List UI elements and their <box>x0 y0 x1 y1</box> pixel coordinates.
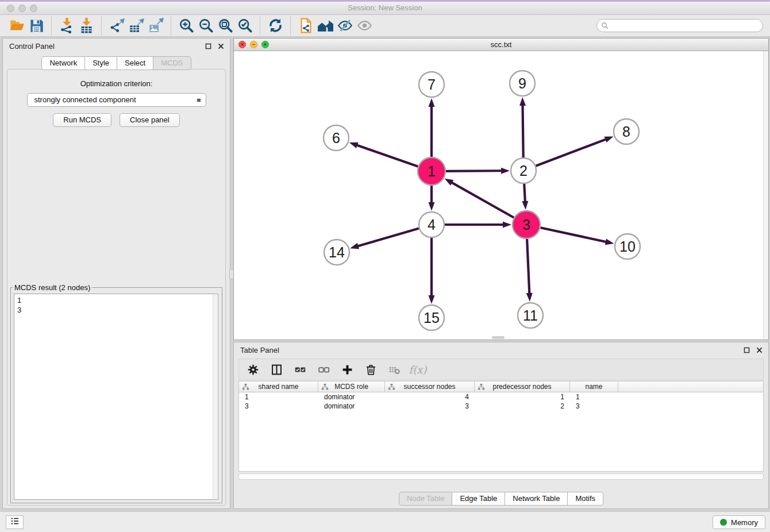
graph-edge-1-2[interactable] <box>446 171 502 171</box>
graph-edge-3-11[interactable] <box>527 239 529 294</box>
node-table-header: shared nameMCDS rolesuccessor nodesprede… <box>239 381 763 392</box>
tab-edge-table[interactable]: Edge Table <box>452 492 505 506</box>
trash-icon[interactable] <box>364 363 378 376</box>
column-label: predecessor nodes <box>492 383 551 391</box>
network-minimize-button[interactable]: − <box>250 41 257 48</box>
float-panel-icon[interactable] <box>743 346 750 353</box>
tab-network-table[interactable]: Network Table <box>505 492 568 506</box>
network-canvas[interactable]: 7968124314101511 <box>234 51 768 340</box>
network-document-icon[interactable] <box>296 17 315 35</box>
float-panel-icon[interactable] <box>205 42 212 49</box>
plus-icon[interactable] <box>340 363 354 376</box>
hide-eye-icon[interactable] <box>335 17 355 35</box>
graph-edge-arrowhead <box>605 238 614 245</box>
gear-icon[interactable] <box>246 363 260 376</box>
export-table-icon[interactable] <box>126 17 146 35</box>
import-network-icon[interactable] <box>57 17 76 35</box>
toolbar-separator <box>171 17 171 35</box>
graph-edge-1-6[interactable] <box>356 145 418 167</box>
column-header-predecessor-nodes[interactable]: predecessor nodes <box>475 381 570 392</box>
export-image-icon[interactable] <box>146 17 165 35</box>
table-cell: dominator <box>318 392 385 402</box>
column-header-shared-name[interactable]: shared name <box>239 381 318 392</box>
graph-node-label: 9 <box>518 75 526 91</box>
table-cell: 1 <box>475 392 570 402</box>
graph-edge-2-8[interactable] <box>536 139 607 166</box>
graph-node-label: 15 <box>424 310 440 326</box>
tab-select[interactable]: Select <box>117 56 153 70</box>
houses-icon[interactable] <box>315 17 335 35</box>
network-vertical-scrollbar[interactable] <box>763 51 768 340</box>
mcds-result-title: MCDS result (2 nodes) <box>13 283 92 292</box>
control-panel: Control Panel NetworkStyleSelectMCDS Opt… <box>2 38 230 509</box>
graph-edge-3-1[interactable] <box>451 182 514 218</box>
graph-node-label: 6 <box>332 130 340 146</box>
column-header-successor-nodes[interactable]: successor nodes <box>385 381 475 392</box>
tab-network[interactable]: Network <box>41 56 85 70</box>
column-header-name[interactable]: name <box>570 381 618 392</box>
close-panel-icon[interactable] <box>756 346 763 353</box>
mcds-result-box: MCDS result (2 nodes) 1 3 <box>10 283 222 503</box>
list-icon <box>10 516 20 529</box>
tab-node-table[interactable]: Node Table <box>399 492 453 506</box>
toolbar-separator <box>290 17 291 35</box>
export-network-icon[interactable] <box>107 17 126 35</box>
toolbar-separator <box>101 17 102 35</box>
window-controls <box>7 5 37 12</box>
criterion-selected-value: strongly connected component <box>34 95 136 104</box>
mcds-result-scrollbar[interactable] <box>213 295 217 499</box>
zoom-out-icon[interactable] <box>196 17 215 35</box>
main-toolbar-groups <box>7 17 374 35</box>
delete-table-icon <box>387 363 401 376</box>
mcds-buttons-row: Run MCDS Close panel <box>7 113 225 127</box>
column-header-mcds-role[interactable]: MCDS role <box>318 381 385 392</box>
table-cell: dominator <box>318 402 385 411</box>
maximize-window-button[interactable] <box>30 5 37 12</box>
zoom-selected-icon[interactable] <box>235 17 255 35</box>
network-close-button[interactable]: × <box>238 41 246 48</box>
columns-icon[interactable] <box>270 363 283 376</box>
network-window-titlebar: × − + scc.txt <box>234 38 768 51</box>
table-row[interactable]: 1dominator411 <box>239 392 763 402</box>
close-window-button[interactable] <box>7 5 14 12</box>
node-table-body: 1dominator4113dominator323 <box>239 392 763 411</box>
minimize-window-button[interactable] <box>18 5 26 12</box>
network-horizontal-scroll-thumb[interactable] <box>492 336 505 339</box>
task-history-button[interactable] <box>6 515 24 529</box>
table-cell: 2 <box>475 402 570 411</box>
zoom-in-icon[interactable] <box>176 17 196 35</box>
graph-node-label: 14 <box>329 244 345 260</box>
control-panel-tabs: NetworkStyleSelectMCDS <box>3 56 230 70</box>
open-folder-icon[interactable] <box>7 17 26 35</box>
graph-edge-3-10[interactable] <box>540 228 606 242</box>
tab-mcds[interactable]: MCDS <box>153 56 191 70</box>
uncheck-all-icon[interactable] <box>317 363 330 376</box>
tab-style[interactable]: Style <box>85 56 117 70</box>
table-panel-title: Table Panel <box>240 346 279 354</box>
refresh-layout-icon[interactable] <box>265 17 285 35</box>
tab-motifs[interactable]: Motifs <box>568 492 603 506</box>
zoom-fit-icon[interactable] <box>215 17 235 35</box>
graph-edge-4-14[interactable] <box>357 228 419 246</box>
graph-edge-arrowhead <box>350 243 359 249</box>
table-row[interactable]: 3dominator323 <box>239 402 763 411</box>
close-panel-button[interactable]: Close panel <box>120 113 180 127</box>
search-input[interactable] <box>596 19 763 32</box>
check-all-icon[interactable] <box>293 363 307 376</box>
graph-edge-2-3[interactable] <box>524 184 525 202</box>
criterion-select[interactable]: strongly connected component <box>27 93 206 107</box>
import-table-icon[interactable] <box>76 17 96 35</box>
graph-edge-2-9[interactable] <box>522 105 523 157</box>
graph-edge-arrowhead <box>445 179 454 186</box>
hierarchy-icon <box>388 383 395 391</box>
save-floppy-icon[interactable] <box>26 17 46 35</box>
mcds-tab-content: Optimization criterion: strongly connect… <box>7 69 226 506</box>
close-panel-icon[interactable] <box>217 42 225 49</box>
table-panel-tabs: Node TableEdge TableNetwork TableMotifs <box>234 492 768 506</box>
fx-icon: f(x) <box>411 363 425 376</box>
network-maximize-button[interactable]: + <box>261 41 269 48</box>
table-horizontal-scrollbar[interactable] <box>238 473 764 480</box>
app-window: Session: New Session Control Panel Netwo… <box>0 0 770 532</box>
memory-button[interactable]: Memory <box>713 515 765 529</box>
run-mcds-button[interactable]: Run MCDS <box>53 113 111 127</box>
